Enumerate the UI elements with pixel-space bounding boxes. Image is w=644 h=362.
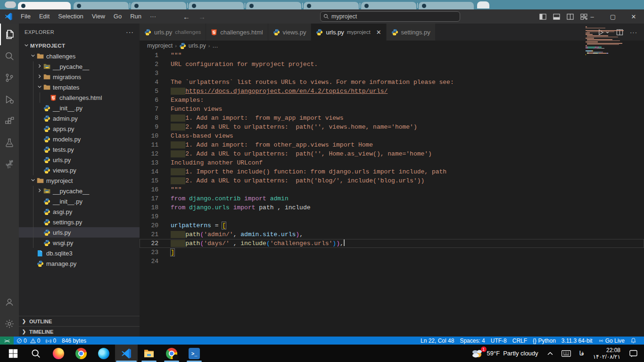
notifications-bell-icon[interactable]	[627, 337, 639, 345]
tree-item-viewspy[interactable]: views.py	[19, 165, 140, 175]
input-language-indicator[interactable]: فا	[575, 350, 588, 357]
tree-item-testspy[interactable]: tests.py	[19, 144, 140, 155]
editor-line-17[interactable]: 17from django.contrib import admin	[140, 194, 644, 203]
browser-tab[interactable]	[189, 2, 244, 9]
activitybar-accounts[interactable]	[0, 291, 19, 313]
tree-item-asgipy[interactable]: asgi.py	[19, 206, 140, 217]
browser-tab[interactable]	[246, 2, 301, 9]
status--python[interactable]: {} Python	[530, 337, 559, 345]
browser-tab-active[interactable]	[18, 2, 71, 9]
editor-line-24[interactable]: 24	[140, 257, 644, 266]
tree-item-urlspy[interactable]: urls.py	[19, 227, 140, 238]
editor-line-8[interactable]: 8 1. Add an import: from my_app import v…	[140, 114, 644, 123]
tree-item-challenges[interactable]: challenges	[19, 51, 140, 61]
activitybar-search[interactable]	[0, 45, 19, 67]
remote-indicator[interactable]: ><	[0, 337, 14, 345]
breadcrumb-item[interactable]: myproject	[147, 42, 173, 49]
window-maximize-button[interactable]: ▢	[603, 9, 623, 24]
editor-line-7[interactable]: 7Function views	[140, 105, 644, 114]
breadcrumb-item[interactable]: urls.py	[189, 42, 206, 49]
activitybar-explorer[interactable]	[0, 24, 19, 45]
toggle-panel-icon[interactable]	[553, 13, 560, 20]
menu-[interactable]: ···	[146, 9, 160, 24]
tree-item-dbsqlite3[interactable]: db.sqlite3	[19, 248, 140, 258]
menu-go[interactable]: Go	[109, 9, 126, 24]
editor-line-10[interactable]: 10Class-based views	[140, 132, 644, 140]
weather-widget[interactable]: 1 59°F Partly cloudy	[467, 348, 543, 359]
browser-tab-search-button[interactable]	[5, 1, 16, 8]
ports-indicator[interactable]: 0	[43, 337, 59, 345]
tree-item-adminpy[interactable]: admin.py	[19, 113, 140, 123]
tab-close-icon[interactable]: ✕	[376, 29, 381, 36]
tree-item-pycache[interactable]: __pycache__	[19, 61, 140, 72]
tray-show-hidden-icons[interactable]	[543, 352, 557, 355]
taskbar-chrome-profile[interactable]	[160, 345, 183, 362]
taskbar-vscode[interactable]	[115, 345, 138, 362]
menu-selection[interactable]: Selection	[54, 9, 87, 24]
outline-panel-header[interactable]: ❯ OUTLINE	[19, 316, 140, 326]
command-center-search[interactable]: myproject	[320, 11, 460, 22]
browser-tab[interactable]	[131, 2, 186, 9]
window-minimize-button[interactable]: –	[582, 9, 603, 24]
status-spaces-4[interactable]: Spaces: 4	[457, 337, 487, 345]
tree-item-myproject[interactable]: MYPROJECT	[19, 41, 140, 51]
split-editor-right-icon[interactable]	[567, 13, 574, 20]
nav-back-icon[interactable]: ←	[183, 13, 190, 21]
taskbar-search[interactable]	[25, 345, 47, 362]
timeline-panel-header[interactable]: ❯ TIMELINE	[19, 326, 140, 337]
touch-keyboard-button[interactable]	[557, 350, 575, 357]
browser-tab[interactable]	[419, 2, 474, 9]
menu-file[interactable]: File	[17, 9, 35, 24]
editor-line-23[interactable]: 23]	[140, 248, 644, 257]
tree-item-challengeshtml[interactable]: challenges.html	[19, 92, 140, 103]
taskbar-start[interactable]	[2, 345, 25, 362]
file-size[interactable]: 846 bytes	[59, 337, 89, 345]
background-browser-tab-strip[interactable]	[0, 0, 644, 9]
taskbar-firefox[interactable]	[47, 345, 70, 362]
tab-urlspy[interactable]: urls.pymyproject✕	[311, 24, 386, 41]
editor-line-2[interactable]: 2URL configuration for myproject project…	[140, 60, 644, 69]
tree-item-myproject[interactable]: myproject	[19, 175, 140, 186]
editor-line-4[interactable]: 4The `urlpatterns` list routes URLs to v…	[140, 78, 644, 87]
editor-line-9[interactable]: 9 2. Add a URL to urlpatterns: path('', …	[140, 123, 644, 132]
editor-line-12[interactable]: 12 2. Add a URL to urlpatterns: path('',…	[140, 149, 644, 158]
status-utf-8[interactable]: UTF-8	[488, 337, 510, 345]
editor-line-11[interactable]: 11 1. Add an import: from other_app.view…	[140, 140, 644, 149]
taskbar-chrome[interactable]	[70, 345, 92, 362]
editor-line-21[interactable]: 21 path('admin/', admin.site.urls),	[140, 230, 644, 239]
editor-line-19[interactable]: 19	[140, 212, 644, 221]
editor-line-3[interactable]: 3	[140, 69, 644, 78]
tree-item-initpy[interactable]: __init__.py	[19, 103, 140, 113]
editor-line-1[interactable]: 1"""	[140, 51, 644, 60]
status-3-11-3-64-bit[interactable]: 3.11.3 64-bit	[559, 337, 595, 345]
tree-item-managepy[interactable]: manage.py	[19, 258, 140, 269]
nav-forward-icon[interactable]: →	[198, 13, 206, 21]
browser-new-tab-button[interactable]	[477, 1, 489, 8]
window-close-button[interactable]: ✕	[623, 9, 644, 24]
problems-indicator[interactable]: 0 0	[14, 337, 43, 345]
browser-tab[interactable]	[304, 2, 359, 9]
tree-item-pycache[interactable]: __pycache__	[19, 186, 140, 196]
activitybar-extensions[interactable]	[0, 110, 19, 132]
activitybar-run-and-debug[interactable]	[0, 89, 19, 110]
clock-widget[interactable]: 22:08 ۱۴۰۲/۰۸/۲۱	[588, 347, 625, 360]
tab-settingspy[interactable]: settings.py	[387, 24, 435, 41]
tab-challengeshtml[interactable]: challenges.html	[206, 24, 267, 41]
menu-run[interactable]: Run	[126, 9, 146, 24]
status-go-live[interactable]: Go Live	[595, 337, 627, 345]
code-editor[interactable]: 1"""2URL configuration for myproject pro…	[140, 51, 644, 337]
activitybar-dino-extension[interactable]	[0, 154, 19, 175]
activitybar-source-control[interactable]	[0, 67, 19, 89]
minimap[interactable]	[586, 26, 631, 57]
tab-viewspy[interactable]: views.py	[268, 24, 311, 41]
tree-item-initpy[interactable]: __init__.py	[19, 196, 140, 206]
editor-line-18[interactable]: 18from django.urls import path , include	[140, 203, 644, 212]
taskbar-powershell[interactable]: >_	[183, 345, 206, 362]
menu-view[interactable]: View	[88, 9, 109, 24]
editor-line-16[interactable]: 16"""	[140, 185, 644, 194]
status-crlf[interactable]: CRLF	[510, 337, 530, 345]
explorer-actions-icon[interactable]: ···	[126, 28, 134, 36]
tree-item-templates[interactable]: templates	[19, 82, 140, 92]
editor-line-22[interactable]: 22 path('days/' , include('challenges.ur…	[140, 239, 644, 248]
notification-center-button[interactable]	[625, 350, 644, 357]
